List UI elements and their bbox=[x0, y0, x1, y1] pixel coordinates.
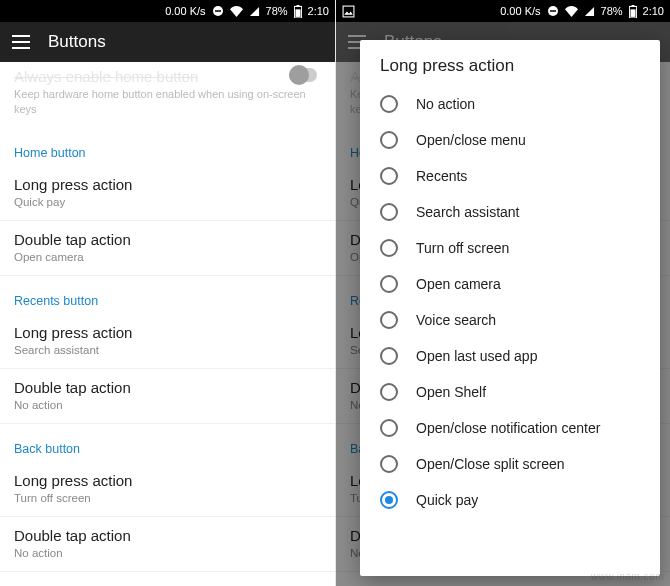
dialog-option-label: Open Shelf bbox=[416, 384, 486, 400]
disabled-setting-sub: Keep hardware home button enabled when u… bbox=[14, 87, 321, 117]
section-header: Back button bbox=[0, 424, 335, 462]
image-icon bbox=[342, 5, 355, 18]
dnd-icon bbox=[212, 5, 224, 17]
dialog-option-label: Search assistant bbox=[416, 204, 520, 220]
radio-icon[interactable] bbox=[380, 95, 398, 113]
setting-title: Double tap action bbox=[14, 527, 321, 544]
radio-icon[interactable] bbox=[380, 419, 398, 437]
dialog-option-label: Open/close notification center bbox=[416, 420, 600, 436]
dialog-option-label: Turn off screen bbox=[416, 240, 509, 256]
setting-subtitle: Open camera bbox=[14, 251, 321, 263]
radio-icon[interactable] bbox=[380, 131, 398, 149]
screens-container: 0.00 K/s 78% 2:10 Buttons Alwa bbox=[0, 0, 670, 586]
dialog-option-label: Open/Close split screen bbox=[416, 456, 565, 472]
dialog-option[interactable]: Turn off screen bbox=[380, 230, 640, 266]
settings-scroll[interactable]: Always enable home button Keep hardware … bbox=[0, 62, 335, 586]
setting-row[interactable]: Double tap actionOpen camera bbox=[0, 221, 335, 276]
left-pane: 0.00 K/s 78% 2:10 Buttons Alwa bbox=[0, 0, 335, 586]
section-header: Recents button bbox=[0, 276, 335, 314]
setting-title: Long press action bbox=[14, 176, 321, 193]
setting-title: Double tap action bbox=[14, 231, 321, 248]
setting-title: Double tap action bbox=[14, 379, 321, 396]
radio-icon[interactable] bbox=[380, 455, 398, 473]
dialog-option[interactable]: Open/close menu bbox=[380, 122, 640, 158]
dialog-option[interactable]: Search assistant bbox=[380, 194, 640, 230]
radio-icon[interactable] bbox=[380, 347, 398, 365]
clock: 2:10 bbox=[308, 5, 329, 17]
dialog-option[interactable]: No action bbox=[380, 86, 640, 122]
svg-rect-7 bbox=[12, 47, 30, 49]
battery-icon bbox=[629, 5, 637, 18]
setting-title: Long press action bbox=[14, 472, 321, 489]
radio-icon[interactable] bbox=[380, 311, 398, 329]
wifi-icon bbox=[230, 6, 243, 17]
setting-row[interactable]: Double tap actionNo action bbox=[0, 369, 335, 424]
net-speed: 0.00 K/s bbox=[165, 5, 205, 17]
setting-row[interactable]: Double tap actionNo action bbox=[0, 517, 335, 572]
battery-icon bbox=[294, 5, 302, 18]
section-header: Home button bbox=[0, 128, 335, 166]
svg-rect-8 bbox=[343, 6, 354, 17]
setting-row[interactable]: Long press actionQuick pay bbox=[0, 166, 335, 221]
setting-row[interactable]: Long press actionSearch assistant bbox=[0, 314, 335, 369]
menu-icon[interactable] bbox=[12, 35, 30, 49]
dialog-option[interactable]: Recents bbox=[380, 158, 640, 194]
right-pane: 0.00 K/s 78% 2:10 Buttons bbox=[335, 0, 670, 586]
radio-selected-icon[interactable] bbox=[380, 491, 398, 509]
radio-icon[interactable] bbox=[380, 203, 398, 221]
disabled-setting-row: Always enable home button Keep hardware … bbox=[0, 62, 335, 128]
dialog-option-label: No action bbox=[416, 96, 475, 112]
dialog-option[interactable]: Voice search bbox=[380, 302, 640, 338]
watermark: www.inam.com bbox=[591, 571, 664, 582]
long-press-dialog: Long press action No actionOpen/close me… bbox=[360, 40, 660, 576]
signal-icon bbox=[249, 6, 260, 17]
dialog-option-label: Voice search bbox=[416, 312, 496, 328]
app-bar: Buttons bbox=[0, 22, 335, 62]
svg-rect-4 bbox=[295, 9, 300, 17]
app-bar-title: Buttons bbox=[48, 32, 106, 52]
toggle-switch[interactable] bbox=[289, 68, 317, 82]
svg-rect-10 bbox=[550, 10, 556, 12]
dialog-option[interactable]: Open/close notification center bbox=[380, 410, 640, 446]
dialog-option-label: Open last used app bbox=[416, 348, 537, 364]
clock: 2:10 bbox=[643, 5, 664, 17]
dialog-option[interactable]: Open last used app bbox=[380, 338, 640, 374]
dialog-option[interactable]: Open camera bbox=[380, 266, 640, 302]
dialog-option-label: Open camera bbox=[416, 276, 501, 292]
setting-subtitle: No action bbox=[14, 399, 321, 411]
battery-pct: 78% bbox=[266, 5, 288, 17]
setting-row[interactable]: Long press actionTurn off screen bbox=[0, 462, 335, 517]
svg-rect-13 bbox=[630, 9, 635, 17]
battery-pct: 78% bbox=[601, 5, 623, 17]
svg-rect-5 bbox=[12, 35, 30, 37]
radio-icon[interactable] bbox=[380, 275, 398, 293]
setting-title: Long press action bbox=[14, 324, 321, 341]
setting-subtitle: Quick pay bbox=[14, 196, 321, 208]
svg-rect-6 bbox=[12, 41, 30, 43]
dialog-title: Long press action bbox=[360, 56, 660, 86]
dnd-icon bbox=[547, 5, 559, 17]
setting-subtitle: No action bbox=[14, 547, 321, 559]
radio-icon[interactable] bbox=[380, 383, 398, 401]
disabled-setting-title: Always enable home button bbox=[14, 68, 321, 85]
dialog-option-label: Quick pay bbox=[416, 492, 478, 508]
dialog-option-label: Recents bbox=[416, 168, 467, 184]
signal-icon bbox=[584, 6, 595, 17]
dialog-option[interactable]: Open/Close split screen bbox=[380, 446, 640, 482]
wifi-icon bbox=[565, 6, 578, 17]
svg-rect-1 bbox=[215, 10, 221, 12]
dialog-option-label: Open/close menu bbox=[416, 132, 526, 148]
status-bar: 0.00 K/s 78% 2:10 bbox=[336, 0, 670, 22]
setting-subtitle: Turn off screen bbox=[14, 492, 321, 504]
setting-subtitle: Search assistant bbox=[14, 344, 321, 356]
net-speed: 0.00 K/s bbox=[500, 5, 540, 17]
radio-icon[interactable] bbox=[380, 239, 398, 257]
status-bar: 0.00 K/s 78% 2:10 bbox=[0, 0, 335, 22]
dialog-option[interactable]: Open Shelf bbox=[380, 374, 640, 410]
dialog-options-list[interactable]: No actionOpen/close menuRecentsSearch as… bbox=[360, 86, 660, 568]
dialog-option[interactable]: Quick pay bbox=[380, 482, 640, 518]
radio-icon[interactable] bbox=[380, 167, 398, 185]
